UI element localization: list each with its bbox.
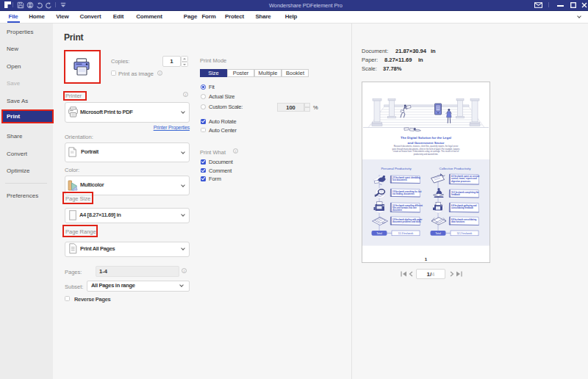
- svg-text:digestion processes: digestion processes: [451, 180, 470, 183]
- svg-text:2.9 hrs/week searching for, bu: 2.9 hrs/week searching for, but: [392, 190, 421, 193]
- svg-text:lost documents: lost documents: [392, 178, 407, 181]
- svg-text:productivity and wasted time.: productivity and wasted time.: [414, 153, 439, 156]
- svg-text:not finding, documents: not finding, documents: [392, 192, 415, 195]
- svg-text:6.8 hrs/week gathering and: 6.8 hrs/week gathering and: [451, 204, 477, 207]
- svg-text:4.3 hrs/week spent on version: 4.3 hrs/week spent on version: [451, 175, 480, 178]
- svg-text:11.3 hrs/week: 11.3 hrs/week: [398, 232, 414, 235]
- svg-text:Total: Total: [376, 232, 382, 235]
- svg-text:files and formats into one: files and formats into one: [392, 206, 417, 209]
- svg-text:Personal Productivity: Personal Productivity: [381, 167, 412, 170]
- svg-text:create an invoice over 70 docu: create an invoice over 70 documents a da…: [393, 150, 459, 153]
- svg-text:document: document: [392, 209, 402, 212]
- svg-text:10.1 hrs/week completing the: 10.1 hrs/week completing the: [451, 191, 479, 194]
- svg-text:data functions: data functions: [451, 220, 465, 223]
- svg-text:1: 1: [425, 257, 428, 261]
- svg-text:Research documents, invoices,: Research documents, invoices, client fil…: [394, 145, 459, 148]
- svg-text:The Digital Solution for the L: The Digital Solution for the Legal: [401, 136, 451, 140]
- svg-text:2.5 hrs/week spent shredding: 2.5 hrs/week spent shredding: [392, 176, 420, 179]
- svg-text:goes through many documents, o: goes through many documents, often in th…: [392, 148, 461, 151]
- svg-text:document problems and tasks: document problems and tasks: [392, 220, 421, 223]
- svg-text:52.2 hrs/week: 52.2 hrs/week: [457, 232, 473, 235]
- svg-text:Collective Productivity: Collective Productivity: [440, 167, 472, 170]
- svg-text:control, teams, reports and: control, teams, reports and: [451, 177, 477, 180]
- svg-text:2.9 hrs/week dealing with pape: 2.9 hrs/week dealing with paper: [392, 218, 422, 221]
- svg-text:Total: Total: [435, 232, 441, 235]
- svg-text:and Government Sector: and Government Sector: [408, 141, 445, 145]
- svg-text:3.0 hrs/week compiling differe: 3.0 hrs/week compiling different: [392, 204, 423, 207]
- svg-text:8.9 hrs/week consolidating: 8.9 hrs/week consolidating: [451, 218, 477, 221]
- svg-text:consolidating feedback: consolidating feedback: [451, 206, 473, 209]
- svg-text:feedback: feedback: [451, 193, 460, 196]
